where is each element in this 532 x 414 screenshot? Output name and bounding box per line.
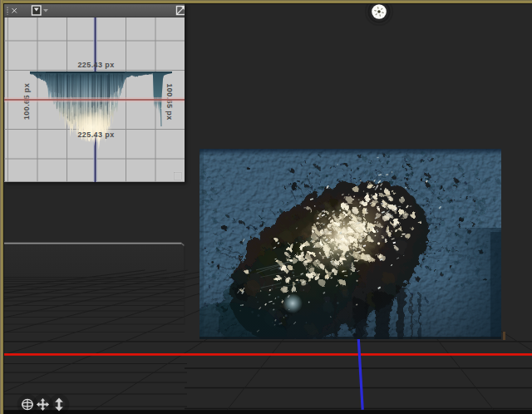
svg-text:225.43 px: 225.43 px — [77, 61, 114, 69]
svg-text:225.43 px: 225.43 px — [77, 131, 114, 139]
